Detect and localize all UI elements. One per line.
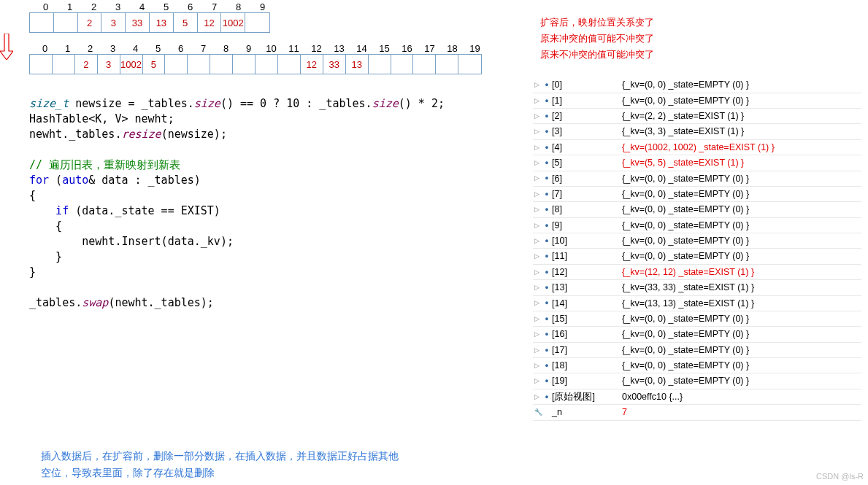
hash-index-label: 7 bbox=[192, 43, 215, 54]
hash-index-label: 12 bbox=[305, 43, 328, 54]
watermark: CSDN @ls-R bbox=[816, 472, 864, 481]
hash-index-label: 8 bbox=[226, 1, 250, 12]
debug-row[interactable]: ▷●[4]{_kv=(1002, 1002) _state=EXIST (1) … bbox=[533, 140, 861, 155]
debug-row[interactable]: ▷●[3]{_kv=(3, 3) _state=EXIST (1) } bbox=[533, 124, 861, 139]
expand-icon[interactable]: ▷ bbox=[534, 111, 542, 122]
expand-icon[interactable]: ▷ bbox=[534, 282, 542, 293]
hash-cell: 2 bbox=[75, 55, 98, 74]
expand-icon[interactable]: ▷ bbox=[534, 189, 542, 200]
debug-value: {_kv=(0, 0) _state=EMPTY (0) } bbox=[622, 218, 860, 233]
expand-icon[interactable]: ▷ bbox=[534, 376, 542, 387]
debug-row[interactable]: ▷●[15]{_kv=(0, 0) _state=EMPTY (0) } bbox=[533, 311, 861, 327]
hash-cell: 12 bbox=[198, 13, 222, 32]
debug-value: {_kv=(13, 13) _state=EXIST (1) } bbox=[622, 296, 860, 311]
expand-icon[interactable]: ▷ bbox=[534, 345, 542, 356]
debug-index: [15] bbox=[552, 311, 622, 326]
debug-row[interactable]: ▷●[2]{_kv=(2, 2) _state=EXIST (1) } bbox=[533, 109, 861, 124]
debug-value: {_kv=(0, 0) _state=EMPTY (0) } bbox=[622, 171, 860, 186]
debug-value: 0x00effc10 {...} bbox=[622, 389, 860, 404]
hash-table-10-row: 2333135121002 bbox=[29, 12, 270, 33]
red-note-line: 原来不冲突的值可能冲突了 bbox=[540, 47, 861, 63]
debug-row[interactable]: ▷●[13]{_kv=(33, 33) _state=EXIST (1) } bbox=[533, 280, 861, 295]
bullet-icon: ● bbox=[542, 282, 552, 293]
debug-row[interactable]: ▷●[16]{_kv=(0, 0) _state=EMPTY (0) } bbox=[533, 327, 861, 342]
code-block: size_t newsize = _tables.size() == 0 ? 1… bbox=[29, 96, 526, 311]
debug-row[interactable]: ▷●[12]{_kv=(12, 12) _state=EXIST (1) } bbox=[533, 265, 861, 280]
bullet-icon: ● bbox=[542, 314, 552, 325]
debug-index: [1] bbox=[552, 93, 622, 108]
hash-cell bbox=[188, 55, 210, 74]
expand-icon[interactable]: ▷ bbox=[534, 298, 542, 309]
expand-icon[interactable]: ▷ bbox=[534, 142, 542, 153]
debug-index: [18] bbox=[552, 358, 622, 373]
debug-row[interactable]: ▷●[7]{_kv=(0, 0) _state=EMPTY (0) } bbox=[533, 187, 861, 202]
hash-index-label: 17 bbox=[418, 43, 441, 54]
debug-value: {_kv=(0, 0) _state=EMPTY (0) } bbox=[622, 93, 860, 108]
hash-index-label: 7 bbox=[202, 1, 226, 12]
expand-icon[interactable]: ▷ bbox=[534, 126, 542, 137]
debug-row[interactable]: ▷●[6]{_kv=(0, 0) _state=EMPTY (0) } bbox=[533, 171, 861, 187]
hash-cell: 1002 bbox=[221, 13, 245, 32]
expand-icon[interactable]: ▷ bbox=[534, 329, 542, 340]
expand-icon[interactable]: ▷ bbox=[534, 220, 542, 231]
expand-icon[interactable]: ▷ bbox=[534, 267, 542, 278]
debug-row[interactable]: ▷●[0]{_kv=(0, 0) _state=EMPTY (0) } bbox=[533, 77, 861, 93]
hash-index-label: 0 bbox=[34, 43, 56, 54]
hash-index-label: 5 bbox=[147, 43, 169, 54]
blue-footnote: 插入数据后，在扩容前，删除一部分数据，在插入数据，并且数据正好占据其他 空位，导… bbox=[41, 448, 399, 481]
bullet-icon: ● bbox=[542, 298, 552, 309]
debug-row[interactable]: ▷●[1]{_kv=(0, 0) _state=EMPTY (0) } bbox=[533, 93, 861, 109]
debug-value: 7 bbox=[622, 405, 860, 419]
hash-index-label: 2 bbox=[82, 1, 106, 12]
bullet-icon: ● bbox=[542, 376, 552, 387]
expand-icon[interactable]: ▷ bbox=[534, 158, 542, 168]
debug-row[interactable]: ▷●[8]{_kv=(0, 0) _state=EMPTY (0) } bbox=[533, 202, 861, 217]
hash-index-label: 4 bbox=[130, 1, 154, 12]
hash-cell: 5 bbox=[174, 13, 198, 32]
debug-row[interactable]: ▷●[14]{_kv=(13, 13) _state=EXIST (1) } bbox=[533, 296, 861, 311]
bullet-icon: ● bbox=[542, 236, 552, 247]
debug-value: {_kv=(12, 12) _state=EXIST (1) } bbox=[622, 265, 860, 279]
debug-value: {_kv=(33, 33) _state=EXIST (1) } bbox=[622, 280, 860, 295]
expand-icon[interactable]: ▷ bbox=[534, 173, 542, 184]
hash-cell bbox=[413, 55, 436, 74]
debug-row[interactable]: ▷●[10]{_kv=(0, 0) _state=EMPTY (0) } bbox=[533, 233, 861, 249]
hash-cell bbox=[256, 55, 278, 74]
hash-index-label: 14 bbox=[350, 43, 373, 54]
debug-raw-view[interactable]: ▷●[原始视图]0x00effc10 {...} bbox=[533, 389, 861, 405]
debug-row[interactable]: ▷●[11]{_kv=(0, 0) _state=EMPTY (0) } bbox=[533, 249, 861, 264]
hash-index-label: 5 bbox=[154, 1, 178, 12]
hash-index-label: 16 bbox=[396, 43, 418, 54]
debug-row[interactable]: ▷●[17]{_kv=(0, 0) _state=EMPTY (0) } bbox=[533, 343, 861, 358]
debug-value: {_kv=(0, 0) _state=EMPTY (0) } bbox=[622, 373, 860, 388]
debug-index: [13] bbox=[552, 280, 622, 295]
debug-row[interactable]: ▷●[5]{_kv=(5, 5) _state=EXIST (1) } bbox=[533, 155, 861, 171]
expand-icon[interactable]: ▷ bbox=[534, 204, 542, 215]
expand-icon[interactable]: ▷ bbox=[534, 360, 542, 371]
expand-icon[interactable]: ▷ bbox=[534, 251, 542, 262]
hash-index-label: 11 bbox=[283, 43, 305, 54]
debug-index: [原始视图] bbox=[552, 389, 622, 404]
debug-row[interactable]: ▷●[18]{_kv=(0, 0) _state=EMPTY (0) } bbox=[533, 358, 861, 373]
debug-index: [19] bbox=[552, 373, 622, 388]
hash-table-20-labels: 012345678910111213141516171819 bbox=[34, 43, 526, 54]
debug-row[interactable]: ▷●[19]{_kv=(0, 0) _state=EMPTY (0) } bbox=[533, 373, 861, 389]
hash-cell: 13 bbox=[150, 13, 174, 32]
hash-cell: 5 bbox=[143, 55, 166, 74]
hash-cell bbox=[458, 55, 481, 74]
bullet-icon: ● bbox=[542, 329, 552, 340]
debug-n-row[interactable]: 🔧_n7 bbox=[533, 405, 861, 420]
debug-index: [11] bbox=[552, 249, 622, 263]
hash-index-label: 3 bbox=[106, 1, 130, 12]
expand-icon[interactable]: ▷ bbox=[534, 79, 542, 90]
hash-index-label: 19 bbox=[464, 43, 486, 54]
expand-icon[interactable]: ▷ bbox=[534, 392, 542, 403]
debug-row[interactable]: ▷●[9]{_kv=(0, 0) _state=EMPTY (0) } bbox=[533, 218, 861, 233]
expand-icon[interactable]: ▷ bbox=[534, 314, 542, 325]
hash-cell: 1002 bbox=[120, 55, 143, 74]
bullet-icon: ● bbox=[542, 111, 552, 122]
expand-icon[interactable]: ▷ bbox=[534, 236, 542, 247]
debug-index: [0] bbox=[552, 77, 622, 92]
hash-index-label: 3 bbox=[101, 43, 124, 54]
expand-icon[interactable]: ▷ bbox=[534, 96, 542, 106]
